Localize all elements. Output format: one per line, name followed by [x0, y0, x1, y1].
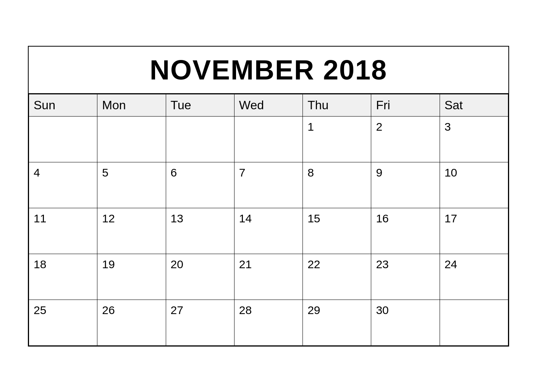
calendar-week-4: 252627282930: [29, 300, 508, 345]
day-header-tue: Tue: [166, 94, 234, 116]
day-number: 15: [307, 212, 320, 225]
calendar-cell[interactable]: 15: [303, 208, 371, 254]
calendar-cell[interactable]: 7: [234, 162, 302, 208]
calendar-cell[interactable]: 23: [371, 254, 440, 300]
day-number: 25: [34, 304, 46, 316]
day-number: 12: [102, 212, 115, 225]
calendar-cell[interactable]: 22: [303, 254, 371, 300]
calendar-cell[interactable]: 13: [166, 208, 234, 254]
day-number: 13: [171, 212, 183, 225]
calendar-cell[interactable]: 21: [234, 254, 302, 300]
calendar-cell[interactable]: [166, 116, 234, 162]
calendar-cell[interactable]: 29: [303, 300, 371, 345]
calendar-grid: SunMonTueWedThuFriSat 123456789101112131…: [29, 94, 508, 346]
day-number: 19: [102, 258, 115, 271]
calendar-cell[interactable]: 8: [303, 162, 371, 208]
day-number: 23: [376, 258, 388, 271]
day-number: 3: [445, 120, 451, 133]
day-header-mon: Mon: [97, 94, 166, 116]
calendar-cell[interactable]: 4: [29, 162, 97, 208]
calendar-cell[interactable]: [234, 116, 302, 162]
calendar-header: NOVEMBER 2018: [29, 47, 508, 94]
calendar-week-2: 11121314151617: [29, 208, 508, 254]
day-header-wed: Wed: [234, 94, 302, 116]
day-number: 7: [239, 166, 246, 179]
day-number: 17: [445, 212, 457, 225]
calendar-cell[interactable]: 10: [440, 162, 508, 208]
day-number: 2: [376, 120, 382, 133]
calendar-cell[interactable]: 2: [371, 116, 440, 162]
day-number: 9: [376, 166, 382, 179]
calendar-cell[interactable]: 16: [371, 208, 440, 254]
day-number: 8: [307, 166, 314, 179]
calendar-cell[interactable]: 14: [234, 208, 302, 254]
calendar-week-3: 18192021222324: [29, 254, 508, 300]
calendar-cell[interactable]: 25: [29, 300, 97, 345]
calendar-cell[interactable]: 20: [166, 254, 234, 300]
calendar-week-0: 123: [29, 116, 508, 162]
calendar-cell[interactable]: 30: [371, 300, 440, 345]
calendar-cell[interactable]: 12: [97, 208, 166, 254]
day-number: 30: [376, 304, 388, 316]
calendar-cell[interactable]: 5: [97, 162, 166, 208]
calendar-cell[interactable]: 19: [97, 254, 166, 300]
day-number: 5: [102, 166, 108, 179]
calendar-cell[interactable]: 11: [29, 208, 97, 254]
calendar-cell[interactable]: 18: [29, 254, 97, 300]
calendar-container: NOVEMBER 2018 SunMonTueWedThuFriSat 1234…: [28, 46, 509, 347]
calendar-cell[interactable]: 9: [371, 162, 440, 208]
day-number: 18: [34, 258, 46, 271]
calendar-cell[interactable]: [97, 116, 166, 162]
day-number: 27: [171, 304, 183, 316]
day-number: 10: [445, 166, 457, 179]
calendar-cell[interactable]: 6: [166, 162, 234, 208]
calendar-cell[interactable]: 17: [440, 208, 508, 254]
day-header-sun: Sun: [29, 94, 97, 116]
day-headers-row: SunMonTueWedThuFriSat: [29, 94, 508, 116]
day-number: 11: [34, 212, 46, 225]
day-header-fri: Fri: [371, 94, 440, 116]
calendar-cell[interactable]: 28: [234, 300, 302, 345]
calendar-week-1: 45678910: [29, 162, 508, 208]
calendar-cell[interactable]: [29, 116, 97, 162]
day-number: 4: [34, 166, 40, 179]
day-number: 21: [239, 258, 252, 271]
calendar-title: NOVEMBER 2018: [150, 55, 387, 85]
day-number: 14: [239, 212, 252, 225]
calendar-cell[interactable]: 24: [440, 254, 508, 300]
day-number: 1: [307, 120, 314, 133]
day-number: 26: [102, 304, 115, 316]
calendar-cell[interactable]: 3: [440, 116, 508, 162]
day-header-thu: Thu: [303, 94, 371, 116]
day-number: 28: [239, 304, 252, 316]
day-number: 6: [171, 166, 177, 179]
day-header-sat: Sat: [440, 94, 508, 116]
calendar-cell[interactable]: 1: [303, 116, 371, 162]
calendar-cell[interactable]: 27: [166, 300, 234, 345]
day-number: 20: [171, 258, 183, 271]
day-number: 22: [307, 258, 320, 271]
day-number: 16: [376, 212, 388, 225]
day-number: 29: [307, 304, 320, 316]
day-number: 24: [445, 258, 457, 271]
calendar-cell[interactable]: 26: [97, 300, 166, 345]
calendar-cell[interactable]: [440, 300, 508, 345]
